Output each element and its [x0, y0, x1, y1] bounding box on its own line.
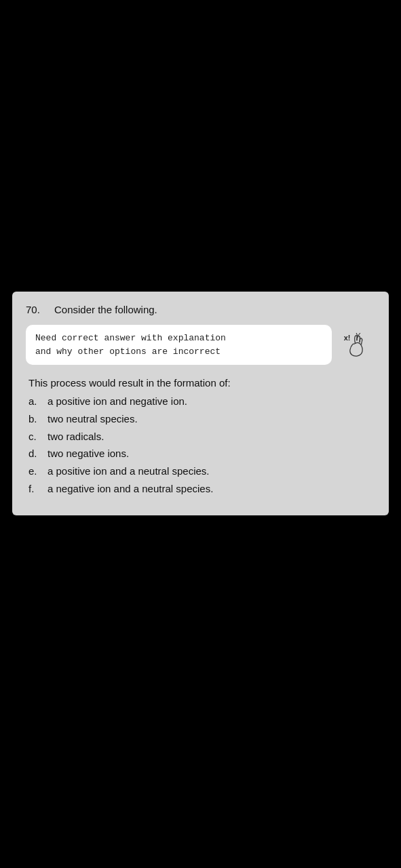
question-body-text: This process would result in the formati… — [28, 377, 375, 389]
option-letter: a. — [28, 394, 47, 409]
question-card: 70. Consider the following. Need correct… — [12, 292, 389, 515]
list-item: e.a positive ion and a neutral species. — [28, 464, 375, 479]
list-item: a.a positive ion and negative ion. — [28, 394, 375, 409]
option-text: a positive ion and negative ion. — [47, 394, 375, 409]
list-item: f.a negative ion and a neutral species. — [28, 481, 375, 496]
tutor-icon: x! Y — [340, 328, 374, 362]
option-letter: b. — [28, 412, 47, 427]
svg-text:x!: x! — [344, 334, 351, 342]
list-item: d.two negative ions. — [28, 446, 375, 461]
question-title: Consider the following. — [54, 304, 157, 315]
option-text: a negative ion and a neutral species. — [47, 481, 375, 496]
option-letter: f. — [28, 481, 47, 496]
icon-area: x! Y — [339, 327, 375, 363]
option-letter: c. — [28, 429, 47, 444]
option-text: two radicals. — [47, 429, 375, 444]
request-row: Need correct answer with explanation and… — [26, 325, 375, 365]
question-body: This process would result in the formati… — [28, 377, 375, 496]
option-text: a positive ion and a neutral species. — [47, 464, 375, 479]
option-text: two negative ions. — [47, 446, 375, 461]
option-letter: d. — [28, 446, 47, 461]
request-box[interactable]: Need correct answer with explanation and… — [26, 325, 332, 365]
request-line2: and why other options are incorrect — [35, 347, 221, 357]
option-letter: e. — [28, 464, 47, 479]
list-item: b.two neutral species. — [28, 412, 375, 427]
option-text: two neutral species. — [47, 412, 375, 427]
options-list: a.a positive ion and negative ion.b.two … — [28, 394, 375, 496]
question-number: 70. — [26, 304, 54, 315]
list-item: c.two radicals. — [28, 429, 375, 444]
question-header: 70. Consider the following. — [26, 304, 375, 315]
request-line1: Need correct answer with explanation — [35, 333, 226, 343]
